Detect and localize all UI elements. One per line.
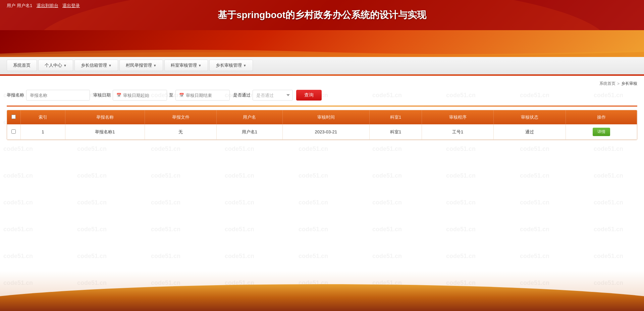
th-review-status: 审核状态 <box>494 110 566 124</box>
section-divider <box>7 106 637 107</box>
pass-select[interactable]: 是否通过 通过 不通过 <box>253 90 293 101</box>
breadcrumb-current: 乡长审核 <box>621 81 637 86</box>
select-all-checkbox[interactable] <box>11 115 16 119</box>
th-username: 用户名 <box>217 110 282 124</box>
chevron-down-icon-report: ▼ <box>153 64 157 67</box>
row-checkbox-0[interactable] <box>11 129 16 134</box>
report-name-field: 举报名称 <box>7 90 90 101</box>
nav-item-report[interactable]: 村民举报管理 ▼ <box>119 60 163 71</box>
nav-label-review: 科室审核管理 <box>171 62 197 68</box>
breadcrumb-home-link[interactable]: 系统首页 <box>599 81 615 86</box>
main-content: 系统首页 > 乡长审核 举报名称 审核日期 📅 至 📅 是否通过 是否通过 <box>0 76 644 243</box>
breadcrumb: 系统首页 > 乡长审核 <box>7 81 637 86</box>
nav-item-mailbox[interactable]: 乡长信箱管理 ▼ <box>74 60 118 71</box>
th-review-time: 审核时间 <box>282 110 369 124</box>
row-action-0: 详情 <box>566 124 637 140</box>
calendar-end-icon: 📅 <box>179 93 184 98</box>
chevron-down-icon-mailbox: ▼ <box>108 64 112 67</box>
row-index-0: 1 <box>20 124 65 140</box>
app-title: 基于springboot的乡村政务办公系统的设计与实现 <box>218 9 426 21</box>
header-nav: 用户 用户名1 退出到前台 退出登录 <box>7 3 80 9</box>
th-index: 索引 <box>20 110 65 124</box>
bottom-area <box>0 271 644 311</box>
chevron-down-icon-mayor-review: ▼ <box>243 64 247 67</box>
query-button[interactable]: 查询 <box>296 90 322 101</box>
detail-button-0[interactable]: 详情 <box>593 128 610 136</box>
pass-field: 是否通过 是否通过 通过 不通过 <box>233 90 293 101</box>
username-label: 用户名1 <box>17 3 32 9</box>
calendar-start-icon: 📅 <box>116 93 121 98</box>
chevron-down-icon-review: ▼ <box>198 64 202 67</box>
th-report-name: 举报名称 <box>65 110 145 124</box>
hero-area <box>0 30 644 57</box>
date-end-wrapper: 📅 <box>175 90 230 101</box>
back-to-frontend-link[interactable]: 退出到前台 <box>37 3 58 9</box>
review-date-field: 审核日期 📅 至 📅 <box>93 90 230 101</box>
row-report-file-0: 无 <box>145 124 216 140</box>
nav-label-report: 村民举报管理 <box>126 62 152 68</box>
th-work-id: 审核程序 <box>422 110 494 124</box>
nav-label-mayor-review: 乡长审核管理 <box>216 62 242 68</box>
row-report-name-0: 举报名称1 <box>65 124 145 140</box>
row-department-0: 科室1 <box>369 124 422 140</box>
date-end-input[interactable] <box>186 93 226 98</box>
date-start-wrapper: 📅 <box>113 90 167 101</box>
row-work-id-0: 工号1 <box>422 124 494 140</box>
breadcrumb-separator: > <box>617 81 620 86</box>
date-separator: 至 <box>169 92 173 98</box>
data-table: 索引 举报名称 举报文件 用户名 审核时间 科室1 审核程序 审核状态 操作 1… <box>7 110 637 140</box>
date-start-input[interactable] <box>123 93 163 98</box>
th-department: 科室1 <box>369 110 422 124</box>
hero-waves-svg <box>0 47 644 57</box>
report-name-label: 举报名称 <box>7 92 24 98</box>
th-action: 操作 <box>566 110 637 124</box>
review-date-label: 审核日期 <box>93 92 111 98</box>
nav-item-home[interactable]: 系统首页 <box>7 60 37 71</box>
pass-label: 是否通过 <box>233 92 251 98</box>
th-report-file: 举报文件 <box>145 110 216 124</box>
table-row: 1 举报名称1 无 用户名1 2023-03-21 科室1 工号1 通过 详情 <box>7 124 637 140</box>
nav-item-mayor-review[interactable]: 乡长审核管理 ▼ <box>209 60 253 71</box>
bottom-wave <box>0 284 644 311</box>
nav-item-personal[interactable]: 个人中心 ▼ <box>38 60 73 71</box>
data-table-wrapper: 索引 举报名称 举报文件 用户名 审核时间 科室1 审核程序 审核状态 操作 1… <box>7 110 637 140</box>
row-checkbox-cell <box>7 124 20 140</box>
th-checkbox <box>7 110 20 124</box>
top-bar: 用户 用户名1 退出到前台 退出登录 基于springboot的乡村政务办公系统… <box>0 0 644 30</box>
nav-label-mailbox: 乡长信箱管理 <box>81 62 107 68</box>
table-header-row: 索引 举报名称 举报文件 用户名 审核时间 科室1 审核程序 审核状态 操作 <box>7 110 637 124</box>
nav-label-personal: 个人中心 <box>45 62 62 68</box>
table-body: 1 举报名称1 无 用户名1 2023-03-21 科室1 工号1 通过 详情 <box>7 124 637 140</box>
report-name-input[interactable] <box>26 90 90 101</box>
row-review-time-0: 2023-03-21 <box>282 124 369 140</box>
logout-link[interactable]: 退出登录 <box>62 3 80 9</box>
nav-bar: 系统首页 个人中心 ▼ 乡长信箱管理 ▼ 村民举报管理 ▼ 科室审核管理 ▼ 乡… <box>0 57 644 74</box>
nav-item-review[interactable]: 科室审核管理 ▼ <box>164 60 208 71</box>
nav-label-home: 系统首页 <box>13 62 31 68</box>
search-bar: 举报名称 审核日期 📅 至 📅 是否通过 是否通过 通过 不通过 查询 <box>7 90 637 101</box>
row-review-status-0: 通过 <box>494 124 566 140</box>
row-username-0: 用户名1 <box>217 124 282 140</box>
user-label: 用户 <box>7 3 15 9</box>
chevron-down-icon-personal: ▼ <box>63 64 67 67</box>
